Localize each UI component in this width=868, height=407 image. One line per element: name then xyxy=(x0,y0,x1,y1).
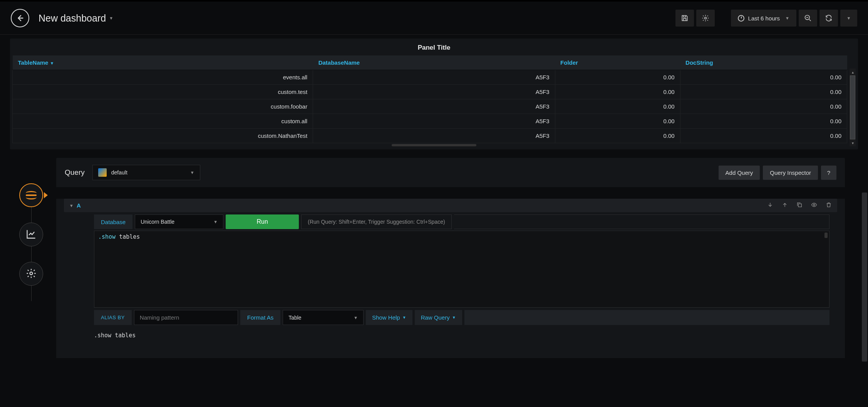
table-row[interactable]: custom.allA5F30.000.00 xyxy=(13,114,847,129)
save-icon xyxy=(681,14,689,22)
table-row[interactable]: custom.testA5F30.000.00 xyxy=(13,85,847,99)
table-row[interactable]: events.allA5F30.000.00 xyxy=(13,70,847,85)
arrow-left-icon xyxy=(16,14,24,22)
table-cell: 0.00 xyxy=(555,85,680,99)
save-button[interactable] xyxy=(675,10,694,27)
table-cell: custom.test xyxy=(13,85,313,99)
table-cell: 0.00 xyxy=(680,99,847,114)
alias-by-label: ALIAS BY xyxy=(94,310,132,325)
column-header-docstring[interactable]: DocString xyxy=(680,55,847,70)
arrow-up-icon xyxy=(782,202,788,208)
chart-icon xyxy=(26,229,37,240)
tab-visualization[interactable] xyxy=(19,223,43,246)
table-cell: A5F3 xyxy=(313,114,555,129)
table-scrollbar[interactable]: ▴ ▾ xyxy=(850,69,856,146)
toolbar: Last 6 hours ▼ ▼ xyxy=(675,10,857,27)
run-button[interactable]: Run xyxy=(226,214,299,229)
code-keyword: .show xyxy=(98,233,116,240)
database-value: Unicorn Battle xyxy=(141,219,174,225)
table-row[interactable]: custom.foobarA5F30.000.00 xyxy=(13,99,847,114)
arrow-down-icon xyxy=(767,202,773,208)
format-as-select[interactable]: Table ▼ xyxy=(283,310,364,325)
table-cell: A5F3 xyxy=(313,85,555,99)
scroll-down-icon: ▾ xyxy=(852,139,854,146)
database-icon xyxy=(26,191,37,199)
table-cell: 0.00 xyxy=(680,70,847,85)
caret-down-icon: ▼ xyxy=(190,170,194,175)
resize-handle[interactable] xyxy=(12,144,856,147)
settings-button[interactable] xyxy=(696,10,715,27)
top-header: New dashboard ▼ Last 6 hours ▼ ▼ xyxy=(0,0,868,35)
refresh-button[interactable] xyxy=(819,10,838,27)
raw-query-button[interactable]: Raw Query▼ xyxy=(415,310,462,325)
query-row-header: ▼ A xyxy=(64,199,837,212)
table-cell: 0.00 xyxy=(680,129,847,143)
help-button[interactable]: ? xyxy=(821,166,836,180)
caret-down-icon: ▼ xyxy=(402,315,406,320)
eye-icon xyxy=(811,202,817,208)
database-select[interactable]: Unicorn Battle ▼ xyxy=(135,214,223,229)
gear-icon xyxy=(26,268,37,279)
scrollbar-thumb[interactable] xyxy=(862,193,867,362)
back-button[interactable] xyxy=(11,9,29,27)
refresh-icon xyxy=(825,14,833,22)
question-icon: ? xyxy=(827,169,830,176)
caret-down-icon: ▼ xyxy=(354,315,358,320)
editor-scrollbar[interactable] xyxy=(824,233,828,238)
trash-icon xyxy=(826,202,832,208)
raw-query-display: .show tables xyxy=(94,330,829,350)
svg-point-2 xyxy=(30,272,33,275)
move-down-button[interactable] xyxy=(767,202,773,209)
move-up-button[interactable] xyxy=(782,202,788,209)
scrollbar-thumb[interactable] xyxy=(850,75,855,139)
add-query-button[interactable]: Add Query xyxy=(719,166,760,180)
svg-point-4 xyxy=(813,204,815,206)
datasource-select[interactable]: default ▼ xyxy=(92,165,200,180)
table-row[interactable]: custom.NathanTestA5F30.000.00 xyxy=(13,129,847,143)
time-range-picker[interactable]: Last 6 hours ▼ xyxy=(731,10,796,27)
show-help-button[interactable]: Show Help▼ xyxy=(366,310,412,325)
alias-input[interactable] xyxy=(134,310,238,325)
tab-queries[interactable] xyxy=(19,183,43,207)
table-cell: 0.00 xyxy=(555,114,680,129)
zoom-out-button[interactable] xyxy=(799,10,817,27)
refresh-interval-button[interactable]: ▼ xyxy=(840,10,857,27)
duplicate-button[interactable] xyxy=(796,202,803,209)
caret-down-icon: ▼ xyxy=(847,16,851,20)
hint-spacer xyxy=(454,214,829,229)
tab-general[interactable] xyxy=(19,262,43,286)
query-label: Query xyxy=(65,168,85,177)
table-cell: A5F3 xyxy=(313,99,555,114)
table-cell: 0.00 xyxy=(555,99,680,114)
bottom-spacer xyxy=(464,310,829,325)
table-cell: 0.00 xyxy=(555,129,680,143)
column-header-databasename[interactable]: DatabaseName xyxy=(313,55,555,70)
gear-icon xyxy=(702,14,709,22)
grafana-logo-icon xyxy=(98,168,107,177)
panel-title[interactable]: Panel Title xyxy=(10,39,858,55)
database-label: Database xyxy=(94,214,132,229)
caret-down-icon: ▼ xyxy=(109,16,113,20)
dashboard-title-text: New dashboard xyxy=(39,13,106,24)
query-letter[interactable]: A xyxy=(77,202,81,209)
table-cell: A5F3 xyxy=(313,129,555,143)
svg-rect-3 xyxy=(798,204,801,207)
column-header-folder[interactable]: Folder xyxy=(555,55,680,70)
collapse-toggle[interactable]: ▼ xyxy=(69,203,74,208)
toggle-visibility-button[interactable] xyxy=(811,202,817,209)
copy-icon xyxy=(796,202,803,208)
table-cell: 0.00 xyxy=(680,85,847,99)
query-inspector-button[interactable]: Query Inspector xyxy=(763,166,818,180)
page-scrollbar[interactable] xyxy=(862,193,867,404)
dashboard-title[interactable]: New dashboard ▼ xyxy=(39,13,113,24)
query-editor[interactable]: .show tables xyxy=(94,231,829,308)
zoom-out-icon xyxy=(804,14,812,22)
table-cell: custom.foobar xyxy=(13,99,313,114)
format-as-label: Format As xyxy=(240,310,280,325)
format-as-value: Table xyxy=(288,315,301,321)
table-cell: custom.NathanTest xyxy=(13,129,313,143)
table-cell: events.all xyxy=(13,70,313,85)
column-header-tablename[interactable]: TableName▼ xyxy=(13,55,313,70)
delete-button[interactable] xyxy=(826,202,832,209)
time-range-text: Last 6 hours xyxy=(748,15,780,22)
